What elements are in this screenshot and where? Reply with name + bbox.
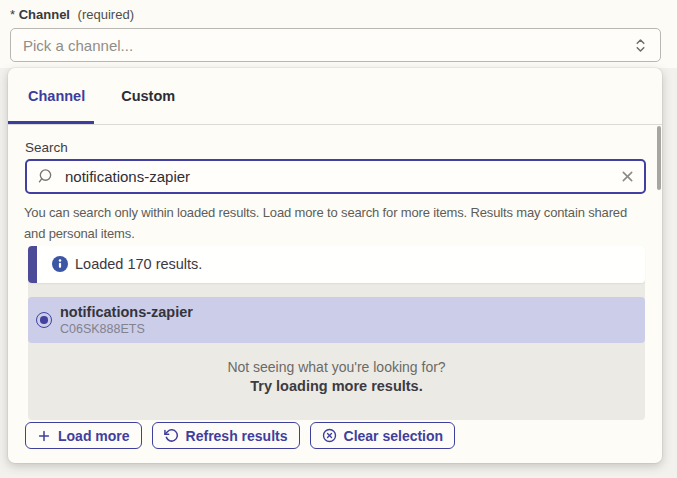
radio-selected-icon[interactable] xyxy=(36,312,52,328)
clear-search-icon[interactable] xyxy=(621,170,634,183)
required-asterisk: * xyxy=(10,7,15,22)
tab-custom[interactable]: Custom xyxy=(121,68,175,124)
page: * Channel (required) Pick a channel... C… xyxy=(0,0,677,478)
option-row-selected[interactable]: notifications-zapier C06SK888ETS xyxy=(28,297,645,343)
footer-hint: Try loading more results. xyxy=(28,377,645,396)
refresh-results-button[interactable]: Refresh results xyxy=(152,422,300,449)
alert-text: Loaded 170 results. xyxy=(75,256,202,272)
results-list: Loaded 170 results. notifications-zapier… xyxy=(28,246,645,420)
plus-icon xyxy=(37,429,51,443)
list-footer-message: Not seeing what you're looking for? Try … xyxy=(28,358,645,396)
refresh-results-label: Refresh results xyxy=(186,428,288,444)
required-note: (required) xyxy=(78,7,134,22)
tab-channel-label: Channel xyxy=(28,88,85,104)
chevron-up-down-icon xyxy=(633,37,648,54)
dropdown-actions: Load more Refresh results xyxy=(25,422,455,449)
tab-channel[interactable]: Channel xyxy=(8,68,94,124)
field-label: * Channel (required) xyxy=(10,7,134,22)
search-helper-text: You can search only within loaded result… xyxy=(24,202,650,244)
scrollbar-thumb[interactable] xyxy=(657,126,661,190)
loaded-results-alert: Loaded 170 results. xyxy=(28,246,645,283)
refresh-ccw-icon xyxy=(164,428,179,443)
footer-question: Not seeing what you're looking for? xyxy=(28,358,645,377)
channel-dropdown-panel: Channel Custom Search You can xyxy=(8,68,662,463)
search-field xyxy=(25,159,646,194)
alert-accent-bar xyxy=(28,246,37,283)
load-more-button[interactable]: Load more xyxy=(25,422,142,449)
search-icon xyxy=(37,168,54,185)
option-subtitle: C06SK888ETS xyxy=(60,322,145,336)
search-label: Search xyxy=(25,140,68,155)
load-more-label: Load more xyxy=(58,428,130,444)
dropdown-tabs: Channel Custom xyxy=(8,68,662,125)
select-placeholder: Pick a channel... xyxy=(23,37,633,54)
field-name: Channel xyxy=(19,7,70,22)
clear-selection-button[interactable]: Clear selection xyxy=(310,422,456,449)
tab-custom-label: Custom xyxy=(121,88,175,104)
form-field-section: * Channel (required) Pick a channel... xyxy=(0,0,677,68)
info-icon xyxy=(52,256,68,272)
channel-select[interactable]: Pick a channel... xyxy=(10,28,661,62)
search-input[interactable] xyxy=(63,167,621,186)
x-circle-icon xyxy=(322,428,337,443)
clear-selection-label: Clear selection xyxy=(344,428,444,444)
option-title: notifications-zapier xyxy=(60,304,193,320)
